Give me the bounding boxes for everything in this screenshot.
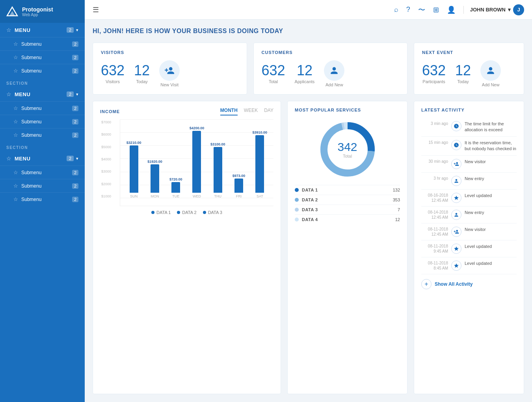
activity-item-9: 08-11-2018 8:45 AM Level updated (421, 257, 517, 274)
bar-thu-rect (214, 147, 222, 193)
show-all-label: Show All Activity (435, 281, 472, 287)
bar-sat-rect (255, 135, 264, 193)
user-avatar: J (513, 4, 524, 15)
submenu-2-2[interactable]: ☆ Submenu 2 (0, 115, 85, 128)
sidebar-logo: Protogonist Web App (0, 0, 85, 23)
visitors-today-label: Today (136, 79, 147, 84)
legend-data1: DATA 1 (151, 210, 171, 215)
tab-week[interactable]: WEEK (244, 108, 258, 115)
event-add-stat[interactable]: Add New (480, 60, 501, 87)
legend-dot-2 (177, 211, 180, 214)
show-all-activity-button[interactable]: + Show All Activity (421, 276, 517, 292)
menu-badge-3: 2 (67, 156, 74, 161)
submenu-label: Submenu (21, 55, 72, 60)
sidebar-nav: ☆ MENU 2 ▾ ☆ Submenu 2 ☆ Submenu 2 ☆ Sub… (0, 23, 85, 402)
submenu-1-1[interactable]: ☆ Submenu 2 (0, 37, 85, 50)
svg-marker-1 (9, 11, 15, 16)
chevron-down-icon-3: ▾ (76, 156, 78, 161)
hamburger-icon[interactable]: ☰ (93, 6, 99, 14)
visitors-new-stat[interactable]: New Visit (159, 60, 180, 87)
submenu-2-3[interactable]: ☆ Submenu 2 (0, 128, 85, 141)
y-label-7000: $7000 (101, 120, 111, 124)
sidebar-menu-1[interactable]: ☆ MENU 2 ▾ (0, 23, 85, 37)
tab-day[interactable]: DAY (264, 108, 273, 115)
star-icon: ☆ (13, 183, 18, 189)
clock-icon-1 (451, 121, 461, 131)
star-icon: ☆ (6, 27, 11, 33)
star-icon: ☆ (13, 54, 18, 60)
clock-icon-2 (451, 140, 461, 150)
stats-cards-row: VISITORS 632 Visitors 12 Today New (93, 43, 524, 95)
sidebar-menu-2[interactable]: ☆ MENU 2 ▾ (0, 87, 85, 101)
services-title: MOST POPULAR SERVICES (295, 108, 400, 112)
services-legend-label-2: DATA 2 (302, 197, 393, 202)
submenu-1-2[interactable]: ☆ Submenu 2 (0, 50, 85, 64)
event-participants-stat: 632 Participants (422, 63, 446, 84)
activity-text-3: New visitor (465, 159, 517, 165)
activity-text-8: Level updated (465, 244, 517, 249)
bar-label-wed: $4200.00 (190, 126, 205, 130)
customers-applicants-number: 12 (297, 63, 313, 78)
submenu-3-2[interactable]: ☆ Submenu 2 (0, 179, 85, 192)
submenu-label: Submenu (21, 41, 72, 47)
legend-dot-data4 (295, 218, 299, 221)
analytics-icon[interactable]: 〜 (417, 4, 427, 16)
submenu-label: Submenu (21, 106, 72, 111)
notifications-icon[interactable]: 👤 (445, 4, 457, 16)
bar-fri-rect (234, 179, 243, 193)
chart-bars: $3210.00 SUN $1920.00 MON $720.00 (120, 119, 273, 198)
bar-day-fri: FRI (236, 194, 242, 198)
star-icon: ☆ (13, 132, 18, 138)
activity-time-4: 3 hr ago (421, 176, 448, 181)
sidebar-menu-3[interactable]: ☆ MENU 2 ▾ (0, 151, 85, 166)
star-icon: ☆ (6, 91, 11, 97)
chevron-down-icon-1: ▾ (76, 28, 78, 33)
y-axis-labels: $7000 $6000 $5000 $4000 $3000 $2000 $100… (101, 119, 111, 198)
services-legend-item-3: DATA 3 7 (295, 205, 400, 214)
services-legend-val-4: 12 (395, 217, 400, 222)
services-legend-item-2: DATA 2 353 (295, 195, 400, 205)
topnav-divider (463, 6, 464, 14)
services-legend-item-4: DATA 4 12 (295, 214, 400, 224)
tab-month[interactable]: MONTH (220, 108, 238, 115)
customers-applicants-stat: 12 Applicants (295, 63, 315, 84)
event-stats: 632 Participants 12 Today Add New (422, 60, 516, 87)
visitors-total-stat: 632 Visitors (101, 63, 125, 84)
user-menu[interactable]: JOHN BROWN ▾ J (470, 4, 524, 15)
y-label-4000: $4000 (101, 157, 111, 161)
section-label-2: SECTION (0, 77, 85, 87)
search-icon[interactable]: ⌕ (392, 4, 400, 15)
submenu-3-1[interactable]: ☆ Submenu 2 (0, 166, 85, 179)
bar-tue: $720.00 TUE (166, 177, 186, 198)
submenu-3-3[interactable]: ☆ Submenu 2 (0, 192, 85, 206)
customers-add-stat[interactable]: Add New (324, 60, 344, 87)
logo-icon (6, 6, 18, 17)
activity-time-6: 08-14-2018 12:45 AM (421, 210, 448, 220)
logo-subtitle: Web App (22, 13, 53, 17)
y-label-6000: $6000 (101, 132, 111, 136)
chart-wrapper: $7000 $6000 $5000 $4000 $3000 $2000 $100… (120, 119, 273, 206)
bar-wed-rect (192, 131, 201, 193)
star-icon-8 (451, 244, 461, 254)
activity-item-6: 08-14-2018 12:45 AM New entry (421, 207, 517, 223)
grid-icon[interactable]: ⊞ (432, 4, 441, 16)
customers-number: 632 (262, 63, 285, 78)
bar-mon-rect (151, 164, 159, 193)
legend-data3: DATA 3 (203, 210, 222, 215)
services-legend-val-3: 7 (398, 207, 400, 212)
menu-badge-1: 2 (67, 27, 74, 33)
bar-label-sat: $3910.00 (253, 130, 268, 134)
submenu-2-1[interactable]: ☆ Submenu 2 (0, 101, 85, 115)
submenu-1-3[interactable]: ☆ Submenu 2 (0, 64, 85, 77)
legend-dot-1 (151, 211, 154, 214)
help-icon[interactable]: ? (405, 4, 412, 15)
y-label-2000: $2000 (101, 182, 111, 186)
services-legend-val-2: 353 (393, 197, 400, 202)
submenu-badge: 2 (72, 119, 78, 125)
activity-item-5: 08-16-2018 12:45 AM Level updated (421, 190, 517, 207)
add-new-customer-label: Add New (326, 82, 343, 87)
menu-badge-2: 2 (67, 91, 74, 97)
new-visit-label: New Visit (160, 82, 179, 87)
customers-card: CUSTOMERS 632 Total 12 Applicants A (253, 43, 408, 95)
activity-time-3: 30 min ago (421, 159, 448, 164)
